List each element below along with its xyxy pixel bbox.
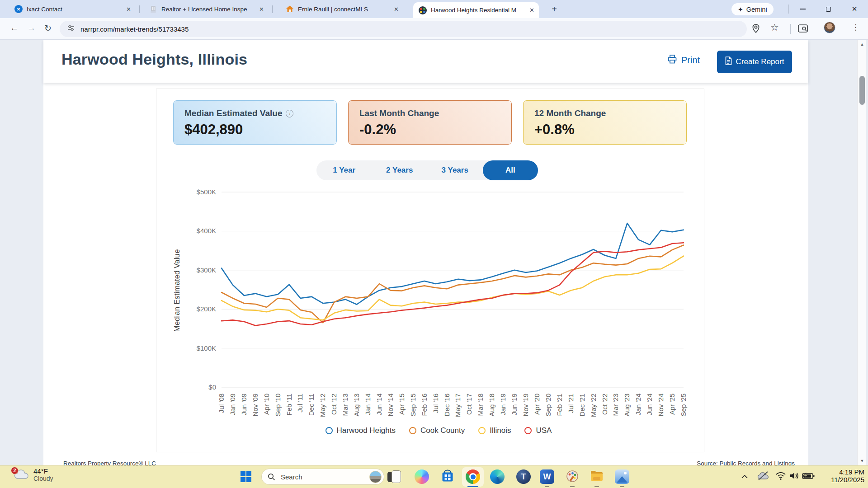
tab-close-icon[interactable]: ✕ [390, 6, 399, 13]
search-side-panel-icon[interactable] [797, 23, 808, 35]
scroll-up-arrow-icon[interactable]: ▲ [858, 42, 867, 47]
microsoft-store-button[interactable] [440, 469, 455, 484]
create-report-button[interactable]: Create Report [717, 51, 792, 73]
legend-item-usa[interactable]: USA [524, 426, 552, 435]
window-close-button[interactable]: ✕ [844, 0, 865, 18]
stat-label: Median Estimated Value i [184, 108, 326, 118]
gemini-button[interactable]: ✦ Gemini [731, 3, 774, 15]
t-logo-app-button[interactable]: T [516, 469, 531, 484]
legend-item-illinois[interactable]: Illinois [478, 426, 511, 435]
photos-button[interactable] [614, 469, 630, 484]
tab-title: Realtor + Licensed Home Inspe [161, 6, 247, 13]
x-tick-label: Oct '22 [601, 394, 609, 415]
url-text: narrpr.com/market-trends/51733435 [80, 25, 189, 33]
connectmls-house-icon [286, 5, 294, 13]
tab-divider [272, 5, 273, 13]
legend-item-cook-county[interactable]: Cook County [409, 426, 465, 435]
volume-button[interactable] [787, 469, 802, 484]
battery-charging-icon [802, 472, 815, 481]
page-scrollbar[interactable]: ▲ ▼ [857, 40, 866, 465]
reload-button[interactable]: ↻ [44, 23, 52, 33]
x-tick-label: Jan '14 [364, 394, 372, 415]
window-restore-button[interactable] [818, 0, 839, 18]
battery-button[interactable] [801, 469, 816, 484]
range-tab-1-year[interactable]: 1 Year [316, 160, 372, 180]
browser-menu-icon[interactable]: ⋮ [852, 23, 859, 32]
legend-item-harwood-heights[interactable]: Harwood Heights [326, 426, 396, 435]
browser-tab-realtor[interactable]: Realtor + Licensed Home Inspe ✕ [144, 3, 269, 15]
x-tick-label: Nov '24 [657, 394, 665, 416]
x-tick-label: Oct '17 [465, 394, 473, 415]
realtor-logo-icon [149, 5, 157, 13]
forward-button[interactable]: → [27, 23, 36, 33]
range-tab-2-years[interactable]: 2 Years [372, 160, 428, 180]
browser-tab-connectmls[interactable]: Ernie Raulli | connectMLS ✕ [280, 3, 403, 15]
word-icon: W [540, 469, 554, 484]
legend-label: USA [536, 426, 552, 435]
x-tick-label: May '12 [319, 394, 326, 417]
x-tick-label: Sep '20 [544, 394, 552, 416]
wifi-button[interactable] [773, 469, 788, 484]
y-tick-label: $500K [197, 188, 216, 196]
scroll-down-arrow-icon[interactable]: ▼ [858, 459, 867, 463]
info-icon[interactable]: i [286, 110, 293, 117]
stat-label: 12 Month Change [534, 108, 675, 118]
search-label: Search [281, 473, 369, 481]
t-logo-icon: T [516, 469, 531, 484]
file-explorer-button[interactable] [589, 469, 604, 484]
legend-ring-icon [524, 427, 532, 434]
tab-close-icon[interactable]: ✕ [526, 7, 534, 14]
back-button[interactable]: ← [10, 23, 19, 33]
browser-tab-ixact[interactable]: ✕ Ixact Contact ✕ [9, 3, 136, 15]
y-tick-label: $200K [197, 305, 216, 313]
x-tick-label: Sep '15 [409, 394, 417, 416]
bookmark-star-icon[interactable]: ☆ [770, 22, 779, 33]
speaker-icon [789, 471, 800, 482]
tab-close-icon[interactable]: ✕ [255, 6, 264, 13]
weather-widget[interactable]: 2 44°F Cloudy [14, 467, 53, 482]
y-tick-label: $100K [197, 344, 216, 352]
scrollbar-thumb[interactable] [859, 76, 865, 105]
chrome-button[interactable] [465, 469, 481, 484]
chrome-active-indicator [467, 486, 478, 487]
task-view-button[interactable] [387, 469, 402, 484]
legend-label: Illinois [490, 426, 511, 435]
stat-value: -0.2% [359, 122, 500, 138]
print-button[interactable]: Print [667, 54, 700, 66]
tray-chevron-button[interactable] [737, 469, 752, 484]
new-tab-button[interactable]: + [548, 3, 561, 16]
range-tab-all[interactable]: All [483, 160, 538, 180]
tab-close-icon[interactable]: ✕ [123, 6, 131, 13]
legend-label: Cook County [420, 426, 465, 435]
start-button[interactable] [241, 471, 251, 482]
profile-avatar[interactable] [824, 22, 835, 33]
x-tick-label: Sep '10 [274, 394, 282, 416]
x-tick-label: Jun '14 [375, 394, 383, 415]
x-tick-label: Nov '09 [251, 394, 259, 416]
print-label: Print [681, 55, 700, 66]
x-tick-label: Apr '10 [263, 394, 270, 415]
taskbar-clock[interactable]: 4:19 PM 11/20/2025 [819, 468, 864, 483]
x-tick-label: Apr '20 [533, 394, 541, 415]
page-header: Harwood Heights, Illinois Print Create R… [43, 40, 808, 83]
onedrive-paused-icon [757, 470, 770, 483]
weather-alert-badge: 2 [11, 467, 19, 474]
onedrive-paused-button[interactable] [756, 469, 771, 484]
taskbar-search-box[interactable]: Search [261, 469, 384, 485]
chrome-icon [466, 469, 480, 484]
word-button[interactable]: W [539, 469, 555, 484]
x-tick-label: Sep '25 [679, 394, 687, 416]
location-pin-icon[interactable] [751, 23, 760, 35]
edge-button[interactable] [490, 469, 505, 484]
median-value-line-chart[interactable]: $0$100K$200K$300K$400K$500KJul '08Jan '0… [181, 183, 696, 436]
range-tab-3-years[interactable]: 3 Years [427, 160, 483, 180]
y-tick-label: $400K [197, 227, 216, 235]
site-settings-icon[interactable] [67, 24, 75, 34]
x-tick-label: Jul '16 [432, 394, 439, 413]
window-minimize-button[interactable] [793, 0, 813, 18]
paint-button[interactable] [565, 469, 580, 484]
copilot-button[interactable] [414, 469, 429, 484]
address-bar[interactable]: narrpr.com/market-trends/51733435 [60, 21, 747, 37]
y-axis-title: Median Estimated Value [173, 232, 182, 349]
browser-tab-active-rpr[interactable]: Harwood Heights Residential M ✕ [413, 2, 539, 18]
